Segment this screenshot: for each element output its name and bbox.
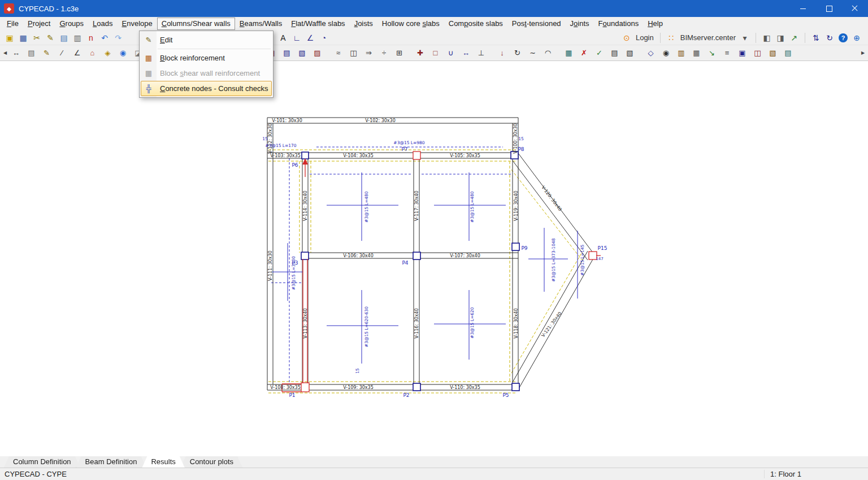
join-icon[interactable]: ⊞ [393,47,405,59]
menu-hollow-core-slabs[interactable]: Hollow core slabs [377,18,444,30]
floor-view-icon[interactable]: ▣ [736,47,748,59]
sync-icon[interactable]: ↻ [823,32,836,44]
deflection-icon[interactable]: ◠ [542,47,554,59]
slope-icon[interactable]: ∠ [71,47,83,59]
options-icon[interactable]: ≡ [721,47,733,59]
drop-icon[interactable]: ◉ [117,47,129,59]
menu-file[interactable]: File [2,18,23,30]
sheet-icon[interactable]: ▤ [25,47,37,59]
edit-plan-icon[interactable]: ✎ [41,47,53,59]
menu-foundations[interactable]: Foundations [594,18,644,30]
report-icon[interactable]: ▤ [609,47,620,59]
export-bim-icon[interactable]: ↗ [788,32,800,44]
menuitem-block-reinforcement[interactable]: ▦Block reinforcement [141,50,272,66]
edit-icon: ✎ [141,36,156,44]
bimserver-center-button[interactable]: BIMserver.center [680,33,736,42]
book-icon[interactable]: ▥ [675,47,687,59]
copy-icon[interactable]: ◫ [348,47,359,59]
errors-icon[interactable]: ✗ [578,47,590,59]
menu-joints[interactable]: Joints [566,18,594,30]
protractor-icon[interactable]: ◔ [318,32,330,44]
cut-icon[interactable]: ✂ [31,32,43,44]
menu-composite-slabs[interactable]: Composite slabs [444,18,507,30]
menu-envelope[interactable]: Envelope [118,18,157,30]
cross-rebar-icon[interactable]: ✚ [414,47,426,59]
scroll-left-icon[interactable]: ◀ [2,47,8,59]
cypecad-window: ◆ CYPECAD - 1.c3e FileProjectGroupsLoads… [0,0,868,480]
plan-label: 15 [355,368,360,374]
web-icon[interactable]: ⊕ [850,32,863,44]
redo-icon[interactable]: ↷ [112,32,124,44]
match-icon[interactable]: ≈ [332,47,344,59]
undo-icon[interactable]: ↶ [98,32,111,44]
caret-down-icon[interactable]: ▾ [739,32,751,44]
plan-label: P5 [502,392,509,398]
stirrup-icon[interactable]: □ [429,47,441,59]
menu-columns-shear-walls[interactable]: Columns/Shear walls [157,18,235,30]
support-icon[interactable]: ⊥ [475,47,487,59]
results-grid-icon[interactable]: ▦ [563,47,575,59]
menu-post-tensioned[interactable]: Post-tensioned [507,18,566,30]
menuitem-edit[interactable]: ✎Edit [141,32,272,47]
plan-label: V-118: 30x40 [514,308,519,339]
eye-icon[interactable]: ◉ [660,47,672,59]
letter-n-icon[interactable]: n [85,32,97,44]
lengths-icon[interactable]: ↔ [460,47,472,59]
load-icon[interactable]: ↓ [496,47,508,59]
menuitem-concrete-nodes-consult-checks[interactable]: ╬Concrete nodes - Consult checks [141,81,272,96]
close-button[interactable] [842,0,868,17]
menu-help[interactable]: Help [643,18,667,30]
ruler-icon[interactable]: ∟ [290,32,303,44]
menu-project[interactable]: Project [23,18,55,30]
divide-icon[interactable]: ÷ [378,47,390,59]
menu-beams-walls[interactable]: Beams/Walls [235,18,287,30]
house-icon[interactable]: ⌂ [86,47,98,59]
maximize-button[interactable] [816,0,842,17]
assign-icon[interactable]: ⇒ [363,47,375,59]
drawing-canvas[interactable]: V-101: 30x30V-102: 30x30V-103: 30x35V-10… [0,61,868,456]
tab-results[interactable]: Results [142,456,184,468]
save-icon[interactable]: ▦ [17,32,29,44]
export-icon[interactable]: ↘ [706,47,718,59]
text-style-icon[interactable]: A [277,32,289,44]
diagonal-icon[interactable]: ∕ [56,47,68,59]
checks-icon[interactable]: ✓ [593,47,605,59]
update-icon[interactable]: ⇅ [810,32,822,44]
login-button[interactable]: Login [636,33,654,42]
layers-icon[interactable]: ▤ [782,47,794,59]
open-icon[interactable]: ▣ [3,32,16,44]
mesh-edit-icon[interactable]: ▧ [296,47,308,59]
model-view-icon[interactable]: ◨ [774,32,787,44]
tab-contour-plots[interactable]: Contour plots [181,456,242,468]
image-icon[interactable]: ▤ [58,32,70,44]
drawings-icon[interactable]: ▧ [624,47,636,59]
tab-column-definition[interactable]: Column Definition [4,456,80,468]
maximize-icon [826,6,832,12]
scroll-right-icon[interactable]: ▶ [860,47,866,59]
minimize-button[interactable] [790,0,816,17]
angle-icon[interactable]: ∠ [304,32,316,44]
login-key-icon[interactable]: ⊙ [620,32,633,44]
menu-flat-waffle-slabs[interactable]: Flat/Waffle slabs [287,18,349,30]
tag-icon[interactable]: ◈ [102,47,114,59]
anchor-icon[interactable]: ∪ [445,47,457,59]
help-icon[interactable]: ? [839,33,848,42]
moment-icon[interactable]: ↻ [511,47,523,59]
brush-icon[interactable]: ✎ [44,32,57,44]
view3d-icon[interactable]: ◇ [645,47,657,59]
mesh-icon[interactable]: ▤ [281,47,293,59]
menu-joists[interactable]: Joists [350,18,377,30]
floor-plan[interactable]: V-101: 30x30V-102: 30x30V-103: 30x35V-10… [0,61,868,456]
mesh-delete-icon[interactable]: ▨ [311,47,323,59]
menu-loads[interactable]: Loads [88,18,117,30]
print-icon[interactable]: ▦ [691,47,702,59]
model-3d-icon[interactable]: ◧ [761,32,773,44]
shear-icon[interactable]: ∼ [527,47,539,59]
film-icon[interactable]: ▥ [71,32,84,44]
menu-groups[interactable]: Groups [55,18,88,30]
section-icon[interactable]: ◫ [752,47,763,59]
pan-icon[interactable]: ↔ [10,47,22,59]
tab-beam-definition[interactable]: Beam Definition [76,456,146,468]
bim-logo-icon[interactable]: ∷ [665,32,678,44]
detail-icon[interactable]: ▧ [767,47,779,59]
